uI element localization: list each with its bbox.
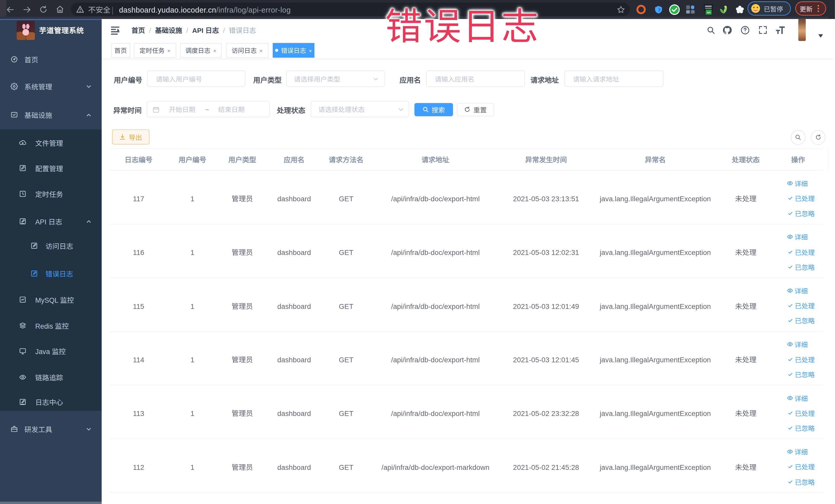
svg-text:on: on — [707, 10, 711, 14]
